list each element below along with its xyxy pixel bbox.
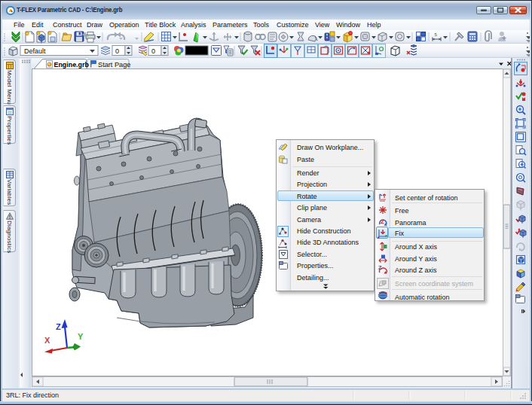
svg-text:Default: Default [24, 47, 46, 55]
svg-text:0: 0 [151, 47, 155, 55]
svg-text:Z: Z [378, 264, 382, 271]
svg-text:Z: Z [381, 218, 384, 225]
svg-text:0: 0 [115, 47, 119, 55]
svg-text:Y: Y [78, 332, 84, 341]
svg-text:Z: Z [56, 322, 61, 331]
svg-text:Start Page: Start Page [98, 61, 130, 69]
svg-text:Engine.grb: Engine.grb [54, 61, 90, 69]
svg-text:5: 5 [435, 32, 438, 37]
svg-text:X: X [44, 336, 50, 345]
